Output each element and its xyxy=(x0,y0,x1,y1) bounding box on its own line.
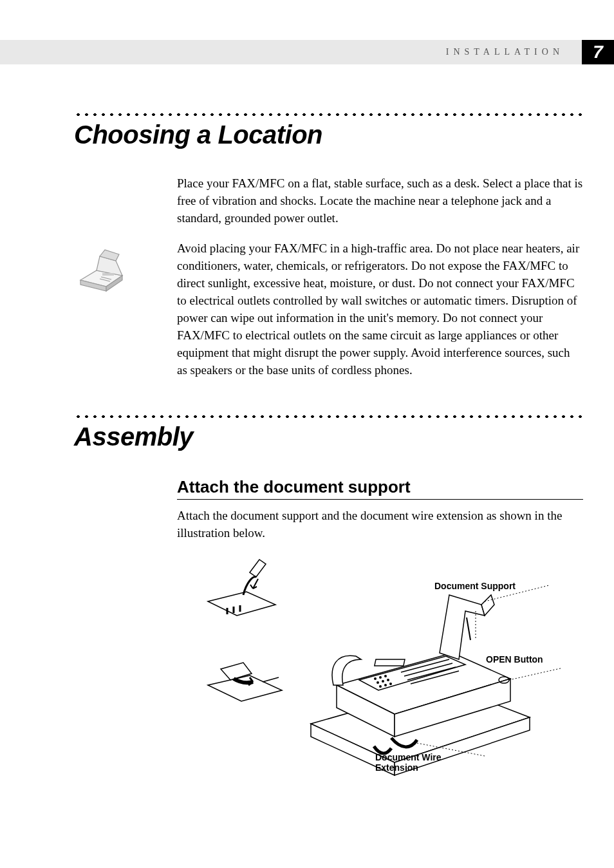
svg-point-6 xyxy=(377,681,379,684)
para-location-1: Place your FAX/MFC on a flat, stable sur… xyxy=(177,175,583,227)
callout-document-support: Document Support xyxy=(434,581,516,591)
callout-line2: Extension xyxy=(375,762,418,773)
svg-point-5 xyxy=(384,675,387,677)
svg-point-9 xyxy=(379,685,382,688)
heading-choosing-location: Choosing a Location xyxy=(74,120,583,149)
assembly-illustration: Document Support OPEN Button Document Wi… xyxy=(177,556,583,795)
section-assembly: Assembly Attach the document support Att… xyxy=(74,415,583,795)
page-number-box: 7 xyxy=(582,40,614,64)
callout-line1: Document Wire xyxy=(375,752,442,762)
subheading-attach-document-support: Attach the document support xyxy=(177,477,583,500)
page-content: Choosing a Location Place your FAX/MFC o… xyxy=(74,113,583,795)
para-location-2: Avoid placing your FAX/MFC in a high-tra… xyxy=(177,240,583,379)
svg-point-8 xyxy=(387,679,389,681)
svg-point-10 xyxy=(384,684,387,686)
page-header: INSTALLATION 7 xyxy=(0,40,614,64)
dotted-rule xyxy=(74,415,583,419)
svg-point-7 xyxy=(382,680,384,683)
para-attach-1: Attach the document support and the docu… xyxy=(177,507,583,542)
svg-point-4 xyxy=(379,676,382,679)
dotted-rule xyxy=(74,113,583,117)
callout-document-wire-extension: Document Wire Extension xyxy=(375,752,452,774)
svg-rect-0 xyxy=(102,273,114,276)
svg-point-3 xyxy=(374,677,377,680)
callout-open-button: OPEN Button xyxy=(486,654,543,665)
body-column: Attach the document support Attach the d… xyxy=(177,477,583,795)
page-number: 7 xyxy=(593,42,603,62)
svg-rect-12 xyxy=(375,659,405,666)
fax-machine-margin-icon xyxy=(74,245,132,293)
heading-assembly: Assembly xyxy=(74,422,583,451)
header-section-label: INSTALLATION xyxy=(446,47,564,57)
body-column: Place your FAX/MFC on a flat, stable sur… xyxy=(177,175,583,379)
svg-point-11 xyxy=(389,683,392,685)
